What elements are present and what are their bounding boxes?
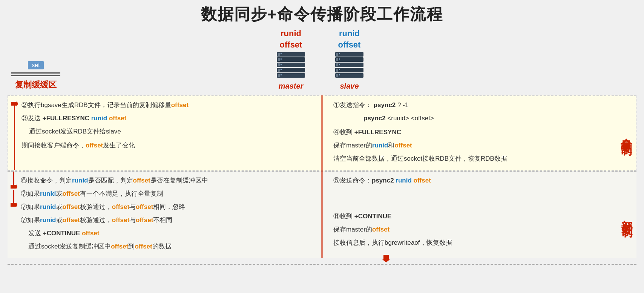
step-4b: 保存master的runid和offset xyxy=(333,140,617,151)
step-period: 期间接收客户端命令，offset发生了变化 xyxy=(21,140,316,151)
bottom-down-arrow xyxy=(382,255,390,264)
step-7c: ⑦如果runid或offset校验通过，offset与offset不相同 xyxy=(21,215,316,226)
slave-server-icon xyxy=(333,52,365,82)
step-2: ②执行bgsave生成RDB文件，记录当前的复制偏移量offset xyxy=(21,100,316,111)
step-4c: 清空当前全部数据，通过socket接收RDB文件，恢复RDB数据 xyxy=(333,153,617,164)
step-4: ④收到 +FULLRESYNC xyxy=(333,127,617,138)
svg-rect-7 xyxy=(278,63,280,66)
partial-sync-left: ⑥接收命令，判定runid是否匹配，判定offset是否在复制缓冲区中 ⑦如果r… xyxy=(8,172,322,258)
page-title: 数据同步+命令传播阶段工作流程 xyxy=(8,4,636,25)
svg-rect-16 xyxy=(336,53,338,56)
full-sync-right: ①发送指令： psync2 ? -1 psync2 <runid> <offse… xyxy=(322,96,636,170)
slave-offset-label: offset xyxy=(338,40,361,50)
master-server-icon xyxy=(275,52,307,82)
slave-diagram: runid offset xyxy=(322,29,636,92)
svg-rect-5 xyxy=(281,58,282,60)
svg-rect-13 xyxy=(278,74,280,77)
step-8b: 保存master的offset xyxy=(333,224,618,235)
svg-rect-28 xyxy=(336,74,338,77)
svg-rect-17 xyxy=(339,53,340,54)
vertical-divider xyxy=(322,95,323,258)
svg-rect-25 xyxy=(336,69,338,72)
full-sync-left: ②执行bgsave生成RDB文件，记录当前的复制偏移量offset ③发送 +F… xyxy=(8,96,322,170)
server-diagram-area: set 复制缓缓区 runid offset xyxy=(8,29,636,92)
step-5: ⑤发送命令：psync2 runid offset xyxy=(333,175,618,186)
svg-rect-11 xyxy=(281,69,282,70)
step-7c-sub1: 发送 +CONTINUE offset xyxy=(21,228,316,239)
buffer-label: 复制缓缓区 xyxy=(15,79,57,91)
step-1: ①发送指令： psync2 ? -1 xyxy=(333,100,617,111)
main-container: 数据同步+命令传播阶段工作流程 set 复制缓缓区 runid offset xyxy=(0,0,644,293)
svg-rect-29 xyxy=(339,74,340,75)
svg-rect-4 xyxy=(278,58,280,61)
svg-rect-10 xyxy=(278,69,280,72)
svg-marker-31 xyxy=(11,184,17,190)
svg-rect-14 xyxy=(281,74,282,75)
svg-marker-33 xyxy=(382,255,390,262)
svg-rect-1 xyxy=(278,53,280,56)
left-arrow-indicator xyxy=(11,96,18,170)
master-runid-label: runid xyxy=(281,29,301,38)
master-diagram: set 复制缓缓区 runid offset xyxy=(8,29,322,92)
svg-rect-19 xyxy=(336,58,338,61)
step-7a: ⑦如果runid或offset有一个不满足，执行全量复制 xyxy=(21,189,316,199)
step-8: ⑧收到 +CONTINUE xyxy=(333,211,618,222)
svg-rect-20 xyxy=(339,58,340,60)
svg-rect-2 xyxy=(281,53,282,54)
master-offset-label: offset xyxy=(280,40,302,50)
content-area: ②执行bgsave生成RDB文件，记录当前的复制偏移量offset ③发送 +F… xyxy=(8,95,636,258)
partial-left-arrows xyxy=(11,172,17,258)
set-badge: set xyxy=(28,61,43,69)
master-name: master xyxy=(279,82,304,91)
svg-rect-23 xyxy=(339,64,340,65)
step-7b: ⑦如果runid或offset校验通过，offset与offset相同，忽略 xyxy=(21,202,316,213)
step-7c-sub2: 通过socket发送复制缓冲区中offset到offset的数据 xyxy=(21,241,316,252)
svg-marker-32 xyxy=(11,202,17,208)
partial-sync-label: 部分复制 xyxy=(619,172,635,258)
bottom-border xyxy=(8,264,636,265)
full-sync-label: 全量复制 xyxy=(618,96,634,170)
slave-name: slave xyxy=(340,82,359,91)
step-1b: psync2 <runid> <offset> xyxy=(333,113,617,124)
slave-runid-label: runid xyxy=(339,29,360,38)
svg-rect-26 xyxy=(339,69,340,70)
step-3: ③发送 +FULLRESYNC runid offset xyxy=(21,113,316,124)
partial-sync-right: ⑤发送命令：psync2 runid offset ⑧收到 +CONTINUE … xyxy=(322,172,636,258)
step-6: ⑥接收命令，判定runid是否匹配，判定offset是否在复制缓冲区中 xyxy=(21,175,316,186)
svg-rect-8 xyxy=(281,64,282,65)
step-3b: 通过socket发送RDB文件给slave xyxy=(21,126,316,137)
step-8c: 接收信息后，执行bgrewriteaof，恢复数据 xyxy=(333,238,618,249)
svg-rect-22 xyxy=(336,63,338,66)
